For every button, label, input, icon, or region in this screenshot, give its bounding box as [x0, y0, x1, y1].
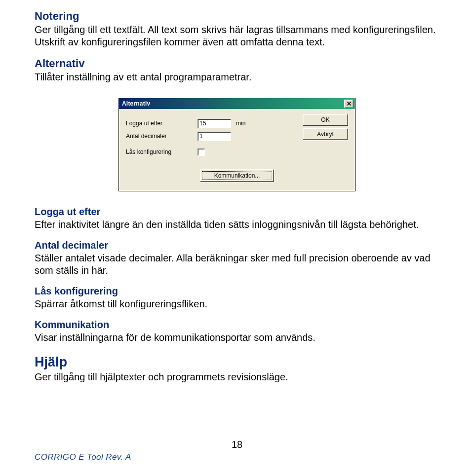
heading-alternativ: Alternativ	[35, 57, 439, 70]
body-las-konfigurering: Spärrar åtkomst till konfigureringsflike…	[35, 298, 439, 310]
checkbox-las-konfigurering[interactable]	[198, 148, 205, 156]
label-las-konfigurering: Lås konfigurering	[126, 148, 198, 155]
alternativ-dialog-screenshot: Alternativ OK Avbryt Logga ut efter min	[118, 98, 356, 191]
kommunikation-button-label: Kommunikation...	[202, 171, 272, 180]
heading-las-konfigurering: Lås konfigurering	[35, 286, 439, 297]
heading-antal-decimaler: Antal decimaler	[35, 240, 439, 251]
body-antal-decimaler: Ställer antalet visade decimaler. Alla b…	[35, 252, 439, 277]
close-icon	[347, 102, 351, 106]
footer-doc-info: CORRIGO E Tool Rev. A	[35, 452, 439, 462]
body-hjalp: Ger tillgång till hjälptexter och progra…	[35, 371, 439, 383]
dialog-titlebar: Alternativ	[119, 98, 355, 109]
body-kommunikation: Visar inställningarna för de kommunikati…	[35, 331, 439, 344]
kommunikation-button[interactable]: Kommunikation...	[200, 169, 274, 182]
body-alternativ: Tillåter inställning av ett antal progra…	[35, 71, 439, 83]
input-logga-ut[interactable]	[198, 119, 231, 128]
label-logga-ut: Logga ut efter	[126, 120, 198, 127]
heading-notering: Notering	[35, 10, 439, 23]
dialog-title: Alternativ	[122, 100, 150, 107]
ok-button[interactable]: OK	[303, 114, 348, 126]
close-button[interactable]	[344, 100, 354, 108]
heading-kommunikation: Kommunikation	[35, 319, 439, 330]
body-notering: Ger tillgång till ett textfält. All text…	[35, 24, 439, 48]
input-antal-decimaler[interactable]	[198, 132, 231, 141]
label-antal-decimaler: Antal decimaler	[126, 133, 198, 140]
unit-min: min	[236, 120, 245, 127]
avbryt-button[interactable]: Avbryt	[303, 128, 348, 140]
heading-logga-ut-efter: Logga ut efter	[35, 206, 439, 218]
heading-hjalp: Hjälp	[35, 355, 439, 370]
body-logga-ut-efter: Efter inaktivitet längre än den inställd…	[35, 219, 439, 231]
page-number: 18	[35, 439, 439, 450]
